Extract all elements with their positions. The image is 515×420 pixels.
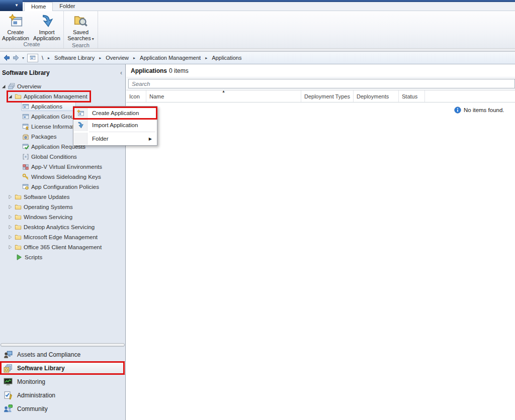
column-header-name[interactable]: ▲ Name — [146, 90, 301, 102]
tree-item-software-updates[interactable]: Software Updates — [0, 192, 125, 202]
workspace-administration[interactable]: Administration — [0, 388, 125, 402]
expanded-arrow-icon[interactable] — [8, 94, 13, 99]
tree-item-windows-sideloading-keys[interactable]: Windows Sideloading Keys — [0, 172, 125, 182]
folder-icon — [15, 234, 22, 241]
folder-icon — [15, 224, 22, 231]
info-icon — [454, 107, 461, 114]
expanded-arrow-icon[interactable] — [1, 84, 6, 89]
create-application-icon — [9, 14, 23, 28]
menu-icon-gutter — [74, 133, 88, 145]
breadcrumb-node-icon — [27, 54, 38, 62]
column-header-filler — [425, 90, 515, 102]
menu-icon-gutter — [74, 107, 88, 119]
collapsed-arrow-icon[interactable] — [8, 215, 13, 220]
ribbon-group-label-create: Create — [0, 41, 63, 48]
column-header-status[interactable]: Status — [399, 90, 425, 102]
column-header-row: Icon ▲ Name Deployment Types Deployments… — [126, 90, 515, 102]
tree-item-microsoft-edge-management[interactable]: Microsoft Edge Management — [0, 232, 125, 242]
breadcrumb-item-software-library[interactable]: Software Library — [54, 55, 95, 61]
ribbon: CreateApplication ImportApplication Crea… — [0, 11, 515, 49]
collapsed-arrow-icon[interactable] — [8, 194, 13, 199]
create-application-icon — [77, 110, 84, 117]
collapsed-arrow-icon[interactable] — [8, 225, 13, 230]
community-icon — [4, 404, 13, 413]
column-header-deployment-types[interactable]: Deployment Types — [301, 90, 354, 102]
breadcrumb-bar: ▾ \ ▸ Software Library ▸ Overview ▸ Appl… — [0, 52, 515, 64]
collapsed-arrow-icon[interactable] — [8, 245, 13, 250]
folder-icon — [15, 193, 22, 200]
workspace-assets-and-compliance[interactable]: Assets and Compliance — [0, 348, 125, 361]
tab-home[interactable]: Home — [24, 2, 53, 11]
tree-item-global-conditions[interactable]: Global Conditions — [0, 152, 125, 162]
context-menu-item-import-application[interactable]: Import Application — [74, 119, 156, 131]
tree-item-application-management[interactable]: Application Management — [0, 91, 125, 101]
context-menu-item-create-application[interactable]: Create Application — [74, 107, 156, 119]
assets-and-compliance-icon — [4, 350, 13, 359]
folder-icon — [15, 214, 22, 221]
back-button[interactable] — [3, 54, 11, 62]
workspace-software-library[interactable]: Software Library — [0, 361, 125, 375]
ribbon-group-label-search: Search — [64, 42, 98, 49]
tree-item-app-configuration-policies[interactable]: App Configuration Policies — [0, 182, 125, 192]
folder-icon — [15, 203, 22, 211]
breadcrumb-separator-icon: ▸ — [205, 56, 207, 60]
collapse-pane-icon[interactable]: ‹ — [120, 69, 122, 76]
tree-item-operating-systems[interactable]: Operating Systems — [0, 202, 125, 212]
menu-separator — [89, 132, 155, 132]
application-icon — [30, 55, 36, 61]
ribbon-group-search: Saved Searches▾ Search — [64, 11, 98, 48]
results-count: 0 items — [169, 67, 189, 74]
license-icon — [22, 123, 29, 130]
pane-splitter-handle[interactable] — [1, 343, 125, 347]
collapsed-arrow-icon[interactable] — [8, 204, 13, 209]
administration-icon — [4, 391, 13, 400]
application-icon — [22, 113, 29, 120]
history-dropdown-icon[interactable]: ▾ — [22, 56, 24, 60]
empty-state-message: No items found. — [454, 107, 504, 114]
breadcrumb-item-application-management[interactable]: Application Management — [140, 55, 201, 61]
breadcrumb-root[interactable]: \ — [42, 55, 43, 61]
sccm-console-window: ▼ Home Folder CreateApplication ImportAp… — [0, 0, 515, 420]
results-title: Applications — [131, 67, 167, 74]
breadcrumb-separator-icon: ▸ — [133, 56, 135, 60]
tree-item-scripts[interactable]: Scripts — [0, 252, 125, 262]
context-menu-item-folder[interactable]: Folder ▶ — [74, 133, 156, 145]
sort-ascending-icon: ▲ — [222, 90, 225, 93]
search-input[interactable] — [128, 79, 515, 88]
config-policy-icon — [22, 183, 29, 190]
import-application-icon — [77, 122, 84, 129]
workspace-nav: Assets and Compliance Software Library M… — [0, 348, 125, 420]
tree-item-office-365-client-management[interactable]: Office 365 Client Management — [0, 242, 125, 252]
pane-title: Software Library — [2, 69, 120, 76]
dropdown-caret-icon: ▾ — [92, 37, 94, 41]
breadcrumb-separator-icon: ▸ — [48, 56, 50, 60]
tab-folder[interactable]: Folder — [53, 2, 81, 11]
column-header-icon[interactable]: Icon — [126, 90, 146, 102]
breadcrumb-item-overview[interactable]: Overview — [106, 55, 129, 61]
app-v-icon — [22, 163, 29, 170]
breadcrumb-item-applications[interactable]: Applications — [212, 55, 241, 61]
saved-searches-icon — [74, 14, 88, 28]
overview-icon — [8, 83, 15, 90]
ribbon-group-create: CreateApplication ImportApplication Crea… — [0, 11, 64, 48]
import-application-icon — [40, 14, 54, 28]
key-icon — [22, 173, 29, 180]
application-icon — [22, 103, 29, 110]
saved-searches-button[interactable]: Saved Searches▾ — [65, 13, 97, 42]
import-application-button[interactable]: ImportApplication — [31, 13, 62, 41]
workspace-monitoring[interactable]: Monitoring — [0, 375, 125, 388]
create-application-button[interactable]: CreateApplication — [0, 13, 31, 41]
results-pane: Applications 0 items Icon ▲ Name Deploym… — [126, 64, 515, 420]
forward-button[interactable] — [12, 54, 20, 62]
tree-item-desktop-analytics-servicing[interactable]: Desktop Analytics Servicing — [0, 222, 125, 232]
collapsed-arrow-icon[interactable] — [8, 235, 13, 240]
tree-item-windows-servicing[interactable]: Windows Servicing — [0, 212, 125, 222]
application-request-icon — [22, 143, 29, 150]
breadcrumb-separator-icon: ▸ — [99, 56, 101, 60]
monitoring-icon — [4, 377, 13, 386]
app-menu-button[interactable]: ▼ — [0, 0, 23, 11]
tree-item-overview[interactable]: Overview — [0, 81, 125, 91]
column-header-deployments[interactable]: Deployments — [354, 90, 399, 102]
workspace-community[interactable]: Community — [0, 402, 125, 415]
tree-item-app-v-virtual-environments[interactable]: App-V Virtual Environments — [0, 162, 125, 172]
